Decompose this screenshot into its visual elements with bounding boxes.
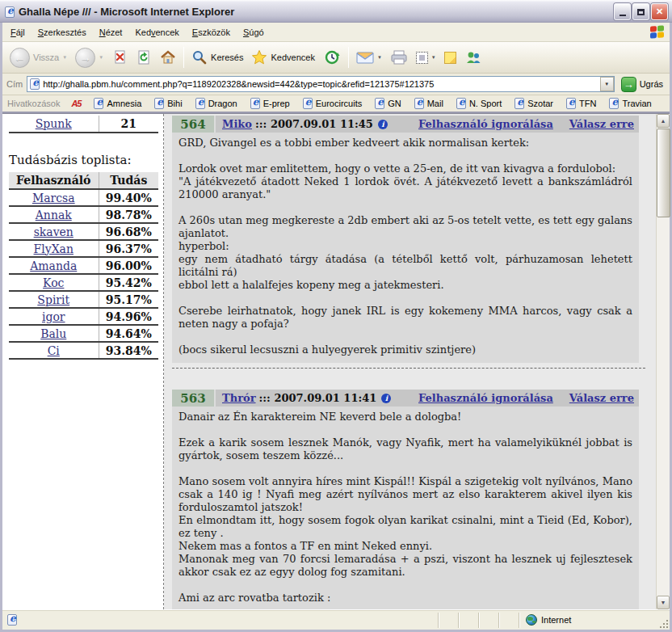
refresh-button[interactable] — [132, 44, 156, 70]
link-item-amnesia[interactable]: Amnesia — [94, 98, 141, 109]
forward-button[interactable]: → ▼ — [71, 44, 107, 70]
maximize-button[interactable] — [632, 3, 649, 20]
toplist-row: igor94.96% — [9, 308, 158, 325]
favorites-button[interactable]: Kedvencek — [247, 44, 318, 70]
link-item-label: Eurocircuits — [316, 99, 362, 108]
user-link-marcsa[interactable]: Marcsa — [32, 192, 75, 204]
user-link-balu[interactable]: Balu — [40, 327, 66, 340]
favorites-star-icon — [251, 49, 267, 65]
back-button[interactable]: ← Vissza ▼ — [6, 44, 71, 70]
home-button[interactable] — [156, 44, 180, 70]
toplist-score-cell: 95.17% — [99, 291, 158, 308]
resize-grip[interactable] — [658, 618, 668, 628]
sidebar: Spunk 21 Tudásbázis toplista: Felhasznál… — [2, 114, 164, 609]
forward-dropdown-icon[interactable]: ▼ — [99, 55, 103, 60]
address-url[interactable]: http://ghalla.pbm.hu/comment.php?q=11892… — [43, 79, 599, 89]
user-link-skaven[interactable]: skaven — [34, 225, 74, 238]
menu-item-f-jl[interactable]: Fájl — [4, 24, 32, 40]
title-bar[interactable]: Ghalla Népe /// - Microsoft Internet Exp… — [0, 0, 672, 23]
link-item-label: N. Sport — [469, 99, 502, 108]
toplist-row: FlyXan96.37% — [9, 240, 158, 257]
ie-shortcut-icon — [154, 98, 164, 109]
link-item-gn[interactable]: GN — [375, 98, 401, 109]
page-content: Spunk 21 Tudásbázis toplista: Felhasznál… — [2, 113, 670, 609]
go-label: Ugrás — [640, 79, 663, 89]
ie-shortcut-icon — [195, 98, 205, 109]
toplist-score-cell: 96.00% — [99, 257, 158, 274]
link-item-szotar[interactable]: Szotar — [514, 98, 553, 109]
search-button[interactable]: Keresés — [187, 44, 247, 70]
close-button[interactable]: ✕ — [651, 3, 668, 20]
user-link-flyxan[interactable]: FlyXan — [34, 242, 74, 255]
address-dropdown-button[interactable]: ▼ — [600, 77, 614, 91]
minimize-button[interactable] — [614, 3, 631, 20]
mail-dropdown-icon[interactable]: ▼ — [377, 55, 382, 60]
edit-button[interactable]: ▼ — [412, 44, 440, 70]
scrollbar-thumb[interactable] — [657, 129, 670, 217]
forward-icon: → — [75, 48, 95, 68]
forum-post-563: 563Thrór ::: 2007.09.01 11:41iFelhasznál… — [172, 390, 639, 609]
stop-button[interactable] — [107, 44, 132, 70]
print-button[interactable] — [386, 44, 412, 70]
user-link-ci[interactable]: Ci — [48, 344, 60, 357]
post-paragraph: Mano sosem volt annyira híres mint Kispá… — [178, 475, 632, 579]
mail-button[interactable]: ▼ — [352, 44, 386, 70]
post-info-icon[interactable]: i — [381, 394, 391, 403]
back-icon: ← — [10, 48, 30, 68]
menu-item-kedvencek[interactable]: Kedvencek — [128, 24, 185, 40]
ignore-user-link[interactable]: Felhasználó ignorálása — [418, 118, 553, 130]
post-author-link[interactable]: Miko — [222, 118, 252, 130]
link-item-e-prep[interactable]: E-prep — [250, 98, 290, 109]
reply-link[interactable]: Válasz erre — [569, 118, 634, 130]
link-item-mail[interactable]: Mail — [414, 98, 443, 109]
page-icon — [30, 78, 40, 90]
toplist-score-cell: 95.42% — [99, 274, 158, 291]
post-datetime: ::: 2007.09.01 11:45 — [255, 118, 373, 130]
toplist-header-row: Felhasználó Tudás — [9, 172, 158, 189]
menu-bar: FájlSzerkesztésNézetKedvencekEszközökSúg… — [2, 23, 670, 42]
standard-toolbar: ← Vissza ▼ → ▼ — [2, 42, 670, 74]
user-link-annak[interactable]: Annak — [36, 209, 72, 221]
history-button[interactable] — [319, 44, 345, 70]
link-item-a5[interactable]: A5 — [71, 99, 81, 108]
link-item-eurocircuits[interactable]: Eurocircuits — [303, 98, 362, 109]
note-button[interactable] — [440, 44, 460, 70]
scroll-down-button[interactable]: ▼ — [657, 596, 670, 609]
link-item-dragon[interactable]: Dragon — [195, 98, 237, 109]
ie-shortcut-icon — [514, 98, 524, 109]
link-item-label: Szotar — [527, 99, 553, 108]
toplist-row: Balu94.64% — [9, 325, 158, 342]
history-icon — [323, 48, 341, 66]
back-dropdown-icon[interactable]: ▼ — [62, 55, 67, 60]
messenger-icon — [464, 49, 482, 65]
toplist-user-cell: igor — [9, 308, 99, 325]
scroll-up-button[interactable]: ▲ — [657, 114, 670, 128]
ie-shortcut-icon — [94, 98, 103, 109]
link-item-n-sport[interactable]: N. Sport — [456, 98, 502, 109]
reply-link[interactable]: Válasz erre — [569, 392, 634, 404]
link-item-travian[interactable]: Travian — [609, 98, 651, 109]
go-button[interactable]: → Ugrás — [619, 76, 666, 93]
user-link-igor[interactable]: igor — [42, 310, 65, 323]
edit-dropdown-icon[interactable]: ▼ — [431, 55, 436, 60]
menu-item-s-g[interactable]: Súgó — [237, 24, 271, 40]
post-header-actions: Felhasználó ignorálásaVálasz erre — [418, 392, 639, 404]
user-link-amanda[interactable]: Amanda — [30, 259, 77, 272]
link-item-bihi[interactable]: Bihi — [154, 98, 182, 109]
user-link[interactable]: Spunk — [36, 117, 72, 130]
menu-item-eszk-z-k[interactable]: Eszközök — [186, 24, 237, 40]
menu-item-n-zet[interactable]: Nézet — [93, 24, 129, 40]
user-link-spirit[interactable]: Spirit — [37, 293, 69, 306]
user-link-koc[interactable]: Koc — [43, 276, 64, 289]
link-item-tfn[interactable]: TFN — [566, 98, 596, 109]
back-label: Vissza — [33, 53, 59, 62]
vertical-scrollbar[interactable]: ▲ ▼ — [656, 114, 670, 609]
print-icon — [390, 49, 408, 65]
post-info-icon[interactable]: i — [378, 120, 388, 129]
messenger-button[interactable] — [460, 44, 486, 70]
toplist-table: Felhasználó Tudás Marcsa99.40%Annak98.78… — [9, 172, 158, 360]
address-field[interactable]: http://ghalla.pbm.hu/comment.php?q=11892… — [27, 76, 614, 92]
menu-item-szerkeszt-s[interactable]: Szerkesztés — [32, 24, 93, 40]
post-author-link[interactable]: Thrór — [222, 392, 256, 404]
ignore-user-link[interactable]: Felhasználó ignorálása — [418, 392, 553, 404]
